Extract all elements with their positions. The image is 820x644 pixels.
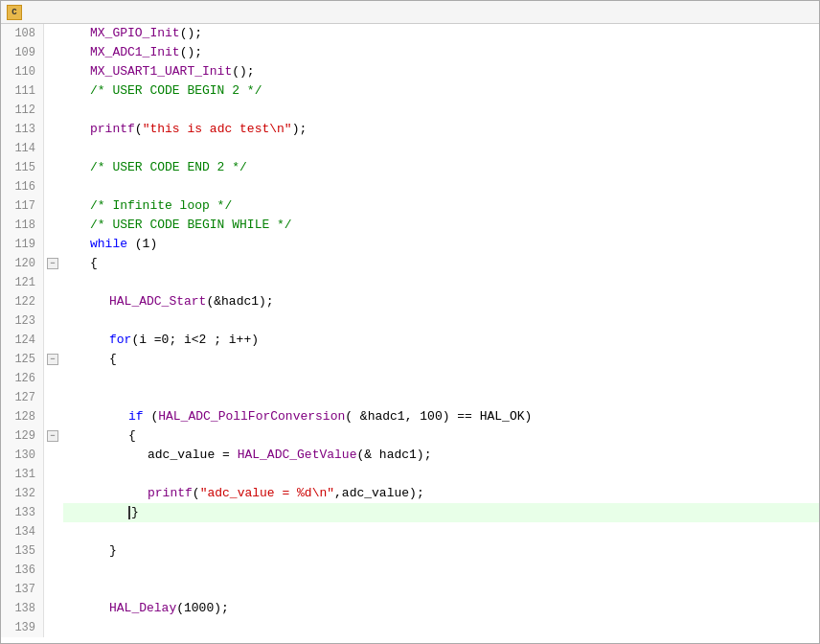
fold-cell — [44, 62, 63, 81]
line-number: 132 — [1, 484, 43, 503]
line-number: 111 — [1, 81, 43, 101]
code-line: { — [63, 426, 819, 446]
token-normal: } — [109, 541, 117, 561]
line-number: 116 — [1, 177, 43, 196]
fold-cell — [44, 484, 63, 503]
fold-cell — [44, 216, 63, 235]
code-line: } — [63, 541, 819, 561]
fold-cell — [44, 292, 63, 311]
line-number: 127 — [1, 388, 43, 407]
token-normal: } — [131, 503, 139, 522]
fold-marker[interactable]: − — [47, 258, 58, 269]
line-number: 112 — [1, 101, 43, 120]
fold-marker[interactable]: − — [47, 430, 58, 442]
token-fn: MX_GPIO_Init — [90, 24, 180, 43]
line-number: 120 — [1, 254, 43, 273]
fold-cell — [44, 522, 63, 541]
fold-cell — [44, 235, 63, 254]
fold-cell — [44, 407, 63, 426]
token-comment: /* USER CODE BEGIN WHILE */ — [90, 216, 292, 235]
fold-cell — [44, 580, 63, 599]
line-number: 115 — [1, 158, 43, 177]
line-number: 124 — [1, 331, 43, 350]
fold-cell — [44, 311, 63, 331]
token-fn: HAL_ADC_GetValue — [238, 446, 357, 465]
code-line — [63, 522, 819, 541]
token-normal: ,adc_value); — [334, 484, 424, 503]
token-normal: ( — [135, 120, 143, 139]
fold-cell — [44, 618, 63, 637]
code-line: /* USER CODE BEGIN WHILE */ — [63, 216, 819, 235]
fold-cell — [44, 331, 63, 350]
line-number: 123 — [1, 311, 43, 331]
code-line — [63, 369, 819, 388]
code-line: { — [63, 350, 819, 369]
line-number: 138 — [1, 599, 43, 618]
code-line — [63, 101, 819, 120]
token-normal: (& hadc1); — [356, 446, 431, 465]
code-line: /* USER CODE BEGIN 2 */ — [63, 81, 819, 101]
code-line: MX_GPIO_Init(); — [63, 24, 819, 43]
fold-cell — [44, 465, 63, 484]
fold-gutter: −−− — [44, 24, 63, 637]
token-fn: HAL_ADC_Start — [109, 292, 206, 311]
code-line — [63, 465, 819, 484]
code-line: printf("this is adc test\n"); — [63, 120, 819, 139]
fold-cell — [44, 503, 63, 522]
code-line: if (HAL_ADC_PollForConversion( &hadc1, 1… — [63, 407, 819, 426]
code-line: MX_ADC1_Init(); — [63, 43, 819, 62]
token-comment: /* Infinite loop */ — [90, 196, 232, 216]
title-bar: C — [1, 1, 819, 24]
line-number-gutter: 1081091101111121131141151161171181191201… — [1, 24, 44, 637]
code-line: HAL_Delay(1000); — [63, 599, 819, 618]
code-content[interactable]: MX_GPIO_Init();MX_ADC1_Init();MX_USART1_… — [63, 24, 819, 637]
code-line — [63, 273, 819, 292]
token-normal: { — [128, 426, 136, 446]
token-fn: MX_ADC1_Init — [90, 43, 180, 62]
text-cursor — [128, 506, 130, 519]
line-number: 139 — [1, 618, 43, 637]
token-fn: MX_USART1_UART_Init — [90, 62, 232, 81]
token-normal: (1) — [127, 235, 157, 254]
line-number: 131 — [1, 465, 43, 484]
line-number: 134 — [1, 522, 43, 541]
token-fn: HAL_ADC_PollForConversion — [158, 407, 345, 426]
token-normal: (); — [180, 24, 202, 43]
code-line: while (1) — [63, 235, 819, 254]
code-line — [63, 139, 819, 158]
line-number: 117 — [1, 196, 43, 216]
line-number: 125 — [1, 350, 43, 369]
code-line — [63, 177, 819, 196]
line-number: 109 — [1, 43, 43, 62]
token-kw: if — [128, 407, 144, 426]
token-comment: /* USER CODE END 2 */ — [90, 158, 247, 177]
line-number: 113 — [1, 120, 43, 139]
fold-cell — [44, 101, 63, 120]
token-normal: (); — [180, 43, 202, 62]
editor-window: C 10810911011111211311411511611711811912… — [0, 0, 820, 644]
line-number: 126 — [1, 369, 43, 388]
fold-cell — [44, 24, 63, 43]
fold-cell — [44, 273, 63, 292]
fold-cell — [44, 388, 63, 407]
line-number: 137 — [1, 580, 43, 599]
line-number: 114 — [1, 139, 43, 158]
fold-cell — [44, 196, 63, 216]
fold-marker[interactable]: − — [47, 354, 58, 365]
code-line: { — [63, 254, 819, 273]
code-line — [63, 561, 819, 580]
fold-cell: − — [44, 254, 63, 273]
token-kw: while — [90, 235, 127, 254]
token-normal: ); — [292, 120, 308, 139]
fold-cell — [44, 43, 63, 62]
fold-cell — [44, 369, 63, 388]
token-kw: for — [109, 331, 131, 350]
fold-cell — [44, 177, 63, 196]
code-line — [63, 580, 819, 599]
fold-cell — [44, 446, 63, 465]
code-editor: 1081091101111121131141151161171181191201… — [1, 24, 819, 637]
token-comment: /* USER CODE BEGIN 2 */ — [90, 81, 262, 101]
token-str: "adc_value = %d\n" — [200, 484, 334, 503]
line-number: 122 — [1, 292, 43, 311]
code-line: } — [63, 503, 819, 522]
